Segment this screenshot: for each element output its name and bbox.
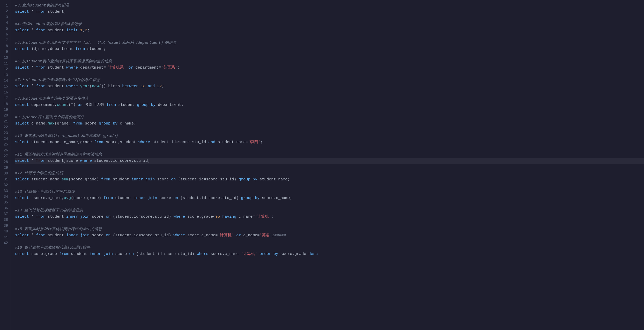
plain-token: id,name,department bbox=[29, 47, 76, 51]
plain-token: 各部门人数 bbox=[83, 103, 107, 107]
plain-token: ; bbox=[272, 233, 274, 238]
num-token: 18 bbox=[141, 84, 145, 89]
plain-token: score bbox=[157, 196, 173, 200]
plain-token bbox=[271, 252, 273, 256]
comment-token: #11.用连接的方式查询所有学生的信息和考试信息 bbox=[15, 152, 102, 157]
code-line: select student.name, c_name,grade from s… bbox=[15, 139, 644, 145]
plain-token: (grade) bbox=[55, 121, 73, 126]
code-line: select id,name,department from student; bbox=[15, 46, 644, 52]
str-token: '英语系' bbox=[161, 65, 177, 70]
code-line: #9.从score表中查询每个科目的最高分 bbox=[15, 114, 644, 121]
kw-token: from bbox=[36, 84, 45, 89]
plain-token: , bbox=[83, 28, 85, 33]
code-line bbox=[15, 15, 644, 21]
str-token: '李四' bbox=[248, 140, 260, 144]
plain-token: score.c_name; bbox=[260, 196, 292, 200]
plain-token bbox=[78, 233, 80, 238]
line-number: 4 bbox=[0, 20, 11, 26]
plain-token: student; bbox=[85, 47, 106, 51]
kw-token: order bbox=[260, 252, 271, 256]
kw-token: select bbox=[15, 177, 29, 182]
kw-token: inner bbox=[134, 196, 145, 200]
comment-token: #15.查询同时参加计算机和英语考试的学生的信息 bbox=[15, 227, 102, 231]
kw-token: or bbox=[128, 65, 133, 70]
plain-token: department, bbox=[29, 103, 57, 107]
code-area[interactable]: #3.查询student表的所有记录select * from student;… bbox=[11, 0, 644, 330]
comment-token: ##### bbox=[274, 233, 286, 238]
plain-token: student bbox=[45, 84, 66, 89]
fn-token: count bbox=[57, 103, 69, 107]
plain-token: student bbox=[45, 233, 66, 238]
kw-token: select bbox=[15, 10, 29, 14]
plain-token: student; bbox=[45, 10, 66, 14]
kw-token: group bbox=[137, 103, 149, 107]
str-token: '计算机' bbox=[241, 252, 257, 256]
kw-token: from bbox=[107, 103, 116, 107]
kw-token: join bbox=[103, 252, 113, 256]
plain-token bbox=[78, 28, 80, 33]
kw-token: join bbox=[145, 177, 155, 182]
plain-token: score bbox=[90, 215, 106, 219]
code-line: #15.查询同时参加计算机和英语考试的学生的信息 bbox=[15, 226, 644, 232]
kw-token: inner bbox=[131, 177, 143, 182]
plain-token: (score.grade) bbox=[71, 196, 103, 200]
line-number: 2 bbox=[0, 8, 11, 14]
kw-token: inner bbox=[90, 252, 101, 256]
kw-token: and bbox=[148, 84, 155, 89]
kw-token: select bbox=[15, 84, 29, 89]
comment-token: #6.从student表中查询计算机系和英语系的学生的信息 bbox=[15, 59, 112, 64]
kw-token: from bbox=[94, 140, 103, 144]
plain-token bbox=[138, 84, 141, 89]
line-number: 8 bbox=[0, 43, 11, 49]
code-line: #3.查询student表的所有记录 bbox=[15, 3, 644, 9]
plain-token: student bbox=[45, 65, 66, 70]
line-number: 21 bbox=[0, 119, 11, 124]
kw-token: from bbox=[36, 65, 45, 70]
kw-token: select bbox=[15, 159, 29, 163]
code-line bbox=[15, 164, 644, 170]
kw-token: where bbox=[173, 215, 185, 219]
plain-token: score.c_name= bbox=[185, 233, 218, 238]
code-line: #16.将计算机考试成绩按从高到低进行排序 bbox=[15, 245, 644, 251]
code-line: #7.从student表中查询年龄18~22岁的学生信息 bbox=[15, 77, 644, 83]
code-line: select * from student where year(now())-… bbox=[15, 83, 644, 90]
plain-token: score bbox=[90, 233, 106, 238]
plain-token: ; bbox=[87, 28, 90, 33]
kw-token: select bbox=[15, 103, 29, 107]
line-number: 22 bbox=[0, 124, 11, 130]
kw-token: select bbox=[15, 121, 29, 126]
line-number: 16 bbox=[0, 90, 11, 95]
plain-token: ( bbox=[90, 84, 92, 89]
code-line bbox=[15, 220, 644, 226]
plain-token: (student.id=score.stu_id) bbox=[178, 196, 241, 200]
code-line bbox=[15, 201, 644, 208]
kw-token: select bbox=[15, 233, 29, 238]
kw-token: select bbox=[15, 196, 29, 200]
code-line bbox=[15, 145, 644, 152]
code-line bbox=[15, 34, 644, 40]
plain-token: * bbox=[29, 10, 36, 14]
comment-token: #3.查询student表的所有记录 bbox=[15, 3, 69, 8]
plain-token: student bbox=[110, 177, 131, 182]
plain-token: student,score bbox=[45, 159, 80, 163]
code-line: #12.计算每个学生的总成绩 bbox=[15, 170, 644, 177]
plain-token: * bbox=[29, 233, 36, 238]
plain-token: ; bbox=[260, 140, 263, 144]
plain-token: (*) bbox=[69, 103, 78, 107]
comment-token: #8.从student表中查询每个院系有多少人 bbox=[15, 97, 89, 101]
line-number: 7 bbox=[0, 37, 11, 43]
plain-token bbox=[101, 252, 103, 256]
fn-token: year bbox=[80, 84, 90, 89]
kw-token: select bbox=[15, 215, 29, 219]
kw-token: select bbox=[15, 252, 29, 256]
kw-token: from bbox=[36, 159, 45, 163]
plain-token: student bbox=[45, 28, 66, 33]
plain-token: * bbox=[29, 28, 36, 33]
kw-token: from bbox=[76, 47, 85, 51]
kw-token: where bbox=[173, 233, 185, 238]
plain-token: c_name, bbox=[29, 121, 48, 126]
kw-token: on bbox=[173, 196, 178, 200]
plain-token bbox=[234, 233, 236, 238]
plain-token: student.id=score.stu_id; bbox=[92, 159, 150, 163]
num-token: 3 bbox=[85, 28, 87, 33]
